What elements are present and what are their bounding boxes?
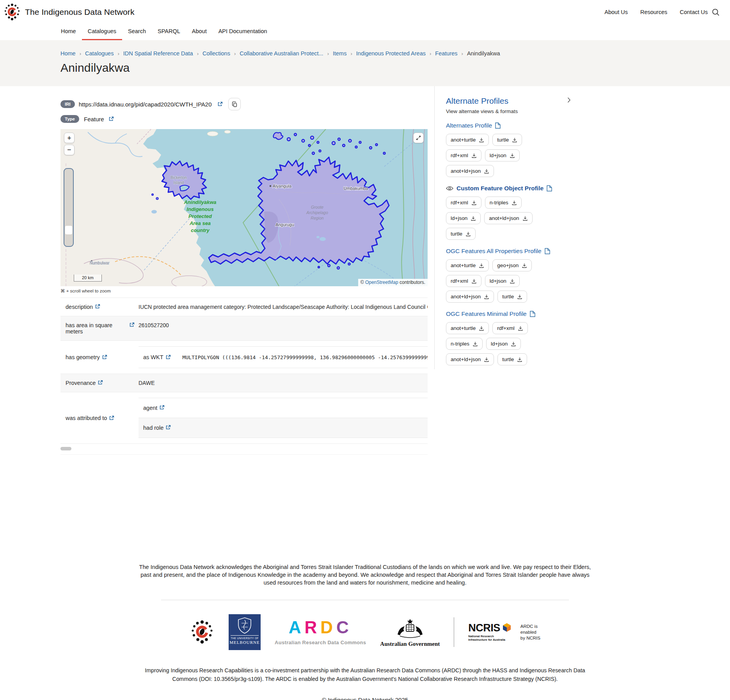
format-chip-n-triples[interactable]: n-triples (485, 197, 522, 209)
format-chip-anot+turtle[interactable]: anot+turtle (446, 134, 489, 146)
format-chip-ld+json[interactable]: ld+json (486, 338, 521, 350)
acknowledgement-text: The Indigenous Data Network acknowledges… (137, 563, 593, 587)
map-label-region-3: Region (311, 216, 323, 220)
external-link-icon[interactable] (98, 380, 103, 385)
external-link-icon[interactable] (108, 116, 114, 122)
university-of-melbourne-logo[interactable]: THE UNIVERSITY OF MELBOURNE (229, 614, 261, 650)
map-label-numbulwar: Numbulwar (90, 261, 110, 265)
profile-title-link[interactable]: Custom Feature Object Profile (446, 185, 571, 192)
external-link-icon[interactable] (165, 425, 171, 430)
eye-icon (446, 186, 453, 191)
format-chip-anot+ld+json[interactable]: anot+ld+json (446, 291, 494, 303)
alternate-profiles-panel: Alternate Profiles View alternate views … (434, 86, 571, 369)
document-icon[interactable] (495, 122, 501, 129)
map-zoom-out-button[interactable]: − (64, 145, 75, 155)
format-chip-rdf+xml[interactable]: rdf+xml (446, 149, 481, 161)
breadcrumb-item[interactable]: Items (333, 50, 346, 57)
external-link-icon[interactable] (95, 304, 100, 309)
format-chip-turtle[interactable]: turtle (492, 134, 522, 146)
format-chip-geo+json[interactable]: geo+json (492, 259, 532, 271)
map-fullscreen-button[interactable] (413, 133, 424, 143)
tab-catalogues[interactable]: Catalogues (82, 24, 122, 40)
document-icon[interactable] (530, 311, 535, 317)
tab-home[interactable]: Home (55, 24, 82, 40)
download-icon (472, 341, 478, 347)
external-link-icon[interactable] (102, 354, 107, 360)
document-icon[interactable] (547, 185, 552, 191)
tab-sparql[interactable]: SPARQL (152, 24, 186, 40)
format-chip-rdf+xml[interactable]: rdf+xml (446, 197, 481, 209)
page-title: Anindilyakwa (60, 61, 730, 74)
map-label-ipa-5: country (191, 227, 210, 233)
format-chip-anot+ld+json[interactable]: anot+ld+json (484, 212, 532, 224)
tab-about[interactable]: About (186, 24, 213, 40)
breadcrumb-separator: › (346, 51, 356, 57)
map-zoom-slider-thumb[interactable] (65, 226, 72, 234)
download-icon (518, 326, 523, 331)
external-link-icon[interactable] (109, 415, 114, 421)
external-link-icon[interactable] (129, 322, 135, 328)
profile-title-link[interactable]: OGC Features All Properties Profile (446, 248, 571, 255)
breadcrumb-item[interactable]: Collaborative Australian Protect... (240, 50, 323, 57)
breadcrumb-item[interactable]: IDN Spatial Reference Data (123, 50, 193, 57)
australian-government-logo[interactable]: Australian Government (380, 617, 440, 647)
search-icon[interactable] (712, 8, 720, 16)
profile-title-link[interactable]: OGC Features Minimal Profile (446, 310, 571, 317)
scrollbar-thumb[interactable] (60, 447, 71, 450)
copy-iri-button[interactable] (228, 98, 241, 110)
download-icon (465, 231, 471, 237)
breadcrumb-separator: › (458, 51, 467, 57)
tab-search[interactable]: Search (122, 24, 152, 40)
external-link-icon[interactable] (159, 405, 165, 410)
format-chip-ld+json[interactable]: ld+json (446, 212, 481, 224)
map-zoom-in-button[interactable]: + (64, 133, 75, 143)
map-canvas[interactable]: Bickerton Island Alyangula Umbakumba Ang… (60, 129, 428, 286)
property-label: has geometry (60, 341, 139, 374)
map-label-umbakumba: Umbakumba (344, 186, 368, 191)
map-zoom-slider[interactable] (64, 168, 74, 247)
iri-value: https://data.idnau.org/pid/capad2020/CWT… (79, 101, 212, 108)
breadcrumb-item[interactable]: Features (435, 50, 457, 57)
tab-api-documentation[interactable]: API Documentation (213, 24, 273, 40)
format-chip-rdf+xml[interactable]: rdf+xml (492, 322, 528, 334)
external-link-icon[interactable] (165, 354, 171, 360)
format-chip-turtle[interactable]: turtle (497, 353, 527, 365)
format-chip-anot+turtle[interactable]: anot+turtle (446, 259, 489, 271)
nested-property-row: had role (139, 418, 428, 438)
property-value: DAWE (139, 374, 428, 392)
download-icon (510, 278, 515, 284)
format-chip-turtle[interactable]: turtle (446, 228, 476, 240)
profile-title-link[interactable]: Alternates Profile (446, 122, 571, 129)
breadcrumb-item[interactable]: Collections (202, 50, 230, 57)
ardc-logo[interactable]: ARDC Australian Research Data Commons (275, 619, 366, 645)
breadcrumb-item[interactable]: Indigenous Protected Areas (356, 50, 426, 57)
breadcrumb-item[interactable]: Home (60, 50, 76, 57)
breadcrumb-separator: › (193, 51, 202, 57)
format-chip-ld+json[interactable]: ld+json (485, 149, 520, 161)
format-chip-anot+ld+json[interactable]: anot+ld+json (446, 353, 494, 365)
idn-logo-icon (3, 3, 21, 21)
header-link[interactable]: About Us (604, 9, 628, 15)
map-label-angurugu: Angurugu (275, 222, 294, 227)
osm-link[interactable]: OpenStreetMap (365, 280, 398, 285)
brand[interactable]: The Indigenous Data Network (3, 3, 135, 21)
format-chip-anot+turtle[interactable]: anot+turtle (446, 322, 489, 334)
property-row: has geometryas WKTMULTIPOLYGON (((136.98… (60, 340, 428, 374)
breadcrumb-item: Anindilyakwa (467, 50, 500, 57)
ncris-logo[interactable]: NCRIS National Research Infrastructure f… (468, 623, 540, 642)
document-icon[interactable] (545, 248, 550, 254)
format-chip-turtle[interactable]: turtle (497, 291, 527, 303)
format-chip-ld+json[interactable]: ld+json (485, 275, 520, 287)
external-link-icon[interactable] (217, 101, 223, 107)
collapse-panel-chevron-icon[interactable] (567, 97, 571, 105)
breadcrumb: Home›Catalogues›IDN Spatial Reference Da… (60, 50, 730, 57)
idn-logo[interactable] (190, 620, 215, 645)
breadcrumb-item[interactable]: Catalogues (85, 50, 114, 57)
format-chip-n-triples[interactable]: n-triples (446, 338, 483, 350)
horizontal-scrollbar[interactable] (60, 447, 428, 455)
header-link[interactable]: Resources (640, 9, 667, 15)
format-chip-rdf+xml[interactable]: rdf+xml (446, 275, 481, 287)
header-link[interactable]: Contact Us (680, 9, 708, 15)
alternate-profiles-title: Alternate Profiles (446, 96, 571, 106)
format-chip-anot+ld+json[interactable]: anot+ld+json (446, 165, 494, 177)
